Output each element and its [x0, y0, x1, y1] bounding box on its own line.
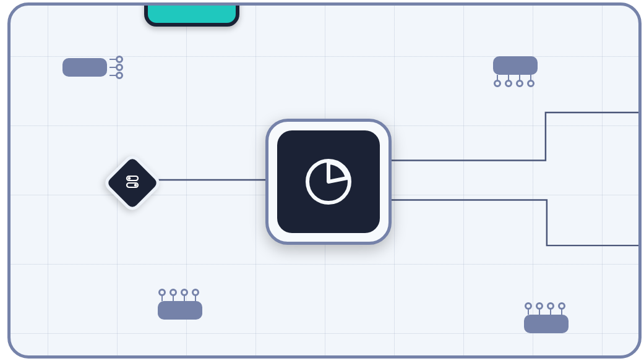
svg-point-1: [128, 177, 131, 179]
chip-node-bottom-right[interactable]: [524, 315, 569, 333]
svg-point-3: [134, 184, 137, 186]
pie-chart-icon: [300, 153, 357, 210]
chip-node-bottom-left[interactable]: [158, 301, 202, 320]
canvas-frame: [7, 2, 642, 359]
teal-block-node[interactable]: [144, 2, 239, 27]
chip-node-top-right[interactable]: [493, 56, 538, 75]
analytics-center-node[interactable]: [265, 119, 392, 245]
analytics-center-node-inner: [277, 130, 380, 233]
chip-node-top-left[interactable]: [62, 58, 107, 77]
sliders-icon: [123, 172, 142, 193]
